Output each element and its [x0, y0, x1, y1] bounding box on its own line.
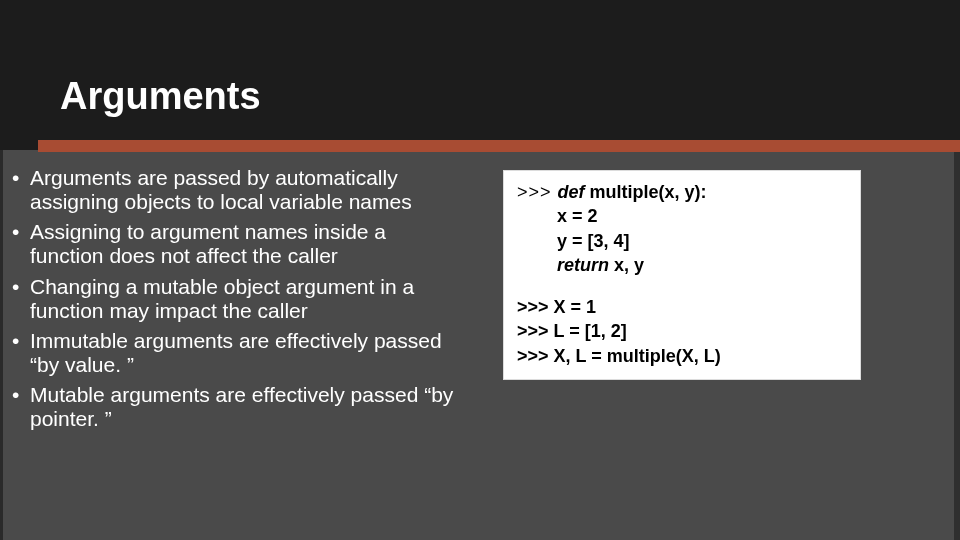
code-text: y = [3, 4]: [517, 231, 630, 251]
bullet-item: Assigning to argument names inside a fun…: [8, 220, 463, 268]
code-text: multiple(x, y):: [585, 182, 707, 202]
bullet-text: Arguments are passed by automatically as…: [30, 166, 412, 213]
slide: Arguments Arguments are passed by automa…: [0, 0, 960, 540]
bullet-text: Immutable arguments are effectively pass…: [30, 329, 442, 376]
code-text: >>> L = [1, 2]: [517, 321, 627, 341]
code-blank-line: [517, 277, 847, 295]
code-text: >>> X = 1: [517, 297, 596, 317]
slide-title: Arguments: [60, 75, 261, 118]
bullet-item: Immutable arguments are effectively pass…: [8, 329, 463, 377]
code-sample: >>> def multiple(x, y): x = 2 y = [3, 4]…: [503, 170, 861, 380]
bullet-item: Mutable arguments are effectively passed…: [8, 383, 463, 431]
bullet-list: Arguments are passed by automatically as…: [8, 166, 463, 437]
right-edge: [954, 152, 960, 540]
code-keyword-def: def: [558, 182, 585, 202]
code-text: x, y: [609, 255, 644, 275]
bullet-text: Assigning to argument names inside a fun…: [30, 220, 386, 267]
bullet-text: Changing a mutable object argument in a …: [30, 275, 414, 322]
code-keyword-return: return: [517, 255, 609, 275]
accent-bar: [38, 140, 960, 152]
content-row: Arguments are passed by automatically as…: [8, 166, 940, 437]
bullet-item: Arguments are passed by automatically as…: [8, 166, 463, 214]
bullet-item: Changing a mutable object argument in a …: [8, 275, 463, 323]
code-text: x = 2: [517, 206, 598, 226]
code-prompt: >>>: [517, 182, 558, 202]
code-text: >>> X, L = multiple(X, L): [517, 346, 721, 366]
bullet-text: Mutable arguments are effectively passed…: [30, 383, 453, 430]
